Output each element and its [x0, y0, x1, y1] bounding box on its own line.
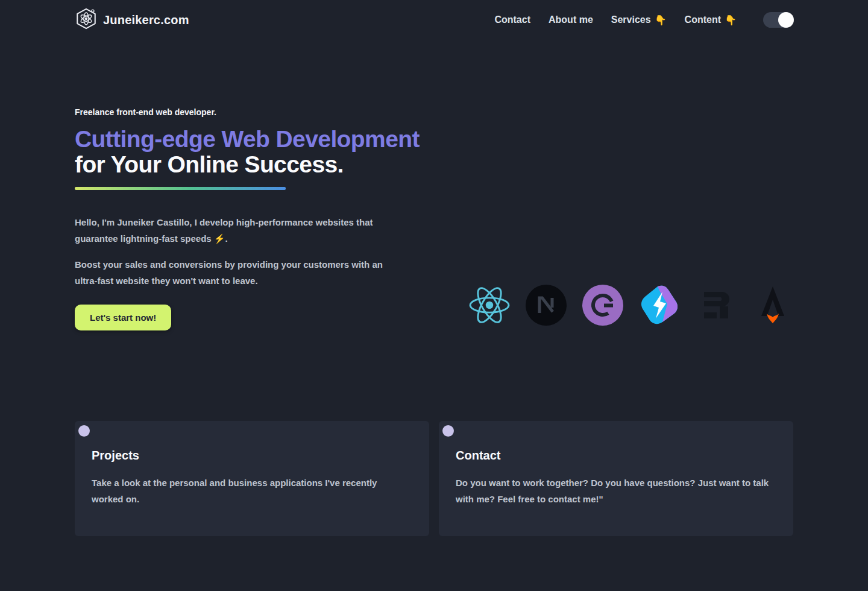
react-logo-icon [469, 285, 510, 326]
card-dot-icon [442, 425, 454, 437]
astro-logo-icon [752, 285, 793, 326]
hero-paragraph-1: Hello, I'm Juneiker Castillo, I develop … [75, 214, 405, 247]
nav-item-contact-label: Contact [494, 14, 530, 25]
theme-toggle-switch[interactable] [763, 12, 793, 28]
pointing-down-emoji-icon: 👇 [725, 14, 737, 26]
projects-card[interactable]: Projects Take a look at the personal and… [75, 421, 429, 536]
hero-text-column: Freelance front-end web developer. Cutti… [75, 107, 427, 330]
site-header: Juneikerc.com Contact About me Services … [0, 0, 868, 40]
nav-item-about-me-label: About me [549, 14, 593, 25]
contact-card[interactable]: Contact Do you want to work together? Do… [439, 421, 793, 536]
pointing-down-emoji-icon: 👇 [655, 14, 667, 26]
hero-title: Cutting-edge Web Development for Your On… [75, 127, 427, 177]
contact-card-title: Contact [456, 449, 775, 463]
tech-logos-row [469, 285, 793, 326]
brand-title: Juneikerc.com [103, 13, 189, 27]
nav-item-services-label: Services [611, 14, 651, 25]
cta-button[interactable]: Let's start now! [75, 305, 171, 330]
nav-item-services[interactable]: Services 👇 [611, 14, 667, 26]
projects-card-title: Projects [92, 449, 411, 463]
hero-copy: Hello, I'm Juneiker Castillo, I develop … [75, 214, 405, 289]
remix-logo-icon [696, 285, 737, 326]
toggle-knob [778, 12, 794, 28]
feature-cards-section: Projects Take a look at the personal and… [0, 421, 868, 536]
atom-hexagon-logo-icon [75, 7, 98, 33]
qwik-logo-icon [639, 285, 680, 326]
nav-item-about-me[interactable]: About me [549, 14, 593, 25]
main-nav: Contact About me Services 👇 Content 👇 [494, 12, 793, 28]
nextjs-logo-icon [526, 285, 567, 326]
brand-logo[interactable]: Juneikerc.com [75, 7, 189, 33]
contact-card-description: Do you want to work together? Do you hav… [456, 475, 775, 507]
nav-item-content-label: Content [685, 14, 721, 25]
hero-kicker: Freelance front-end web developer. [75, 107, 427, 117]
projects-card-description: Take a look at the personal and business… [92, 475, 411, 507]
nav-item-contact[interactable]: Contact [494, 14, 530, 25]
hero-title-rest: for Your Online Success. [75, 152, 427, 177]
hero-paragraph-2: Boost your sales and conversions by prov… [75, 256, 405, 289]
nav-item-content[interactable]: Content 👇 [685, 14, 737, 26]
hero-section: Freelance front-end web developer. Cutti… [0, 107, 868, 330]
gatsby-logo-icon [582, 285, 623, 326]
card-dot-icon [78, 425, 90, 437]
gradient-underline [75, 187, 286, 190]
hero-title-accent: Cutting-edge Web Development [75, 127, 427, 152]
